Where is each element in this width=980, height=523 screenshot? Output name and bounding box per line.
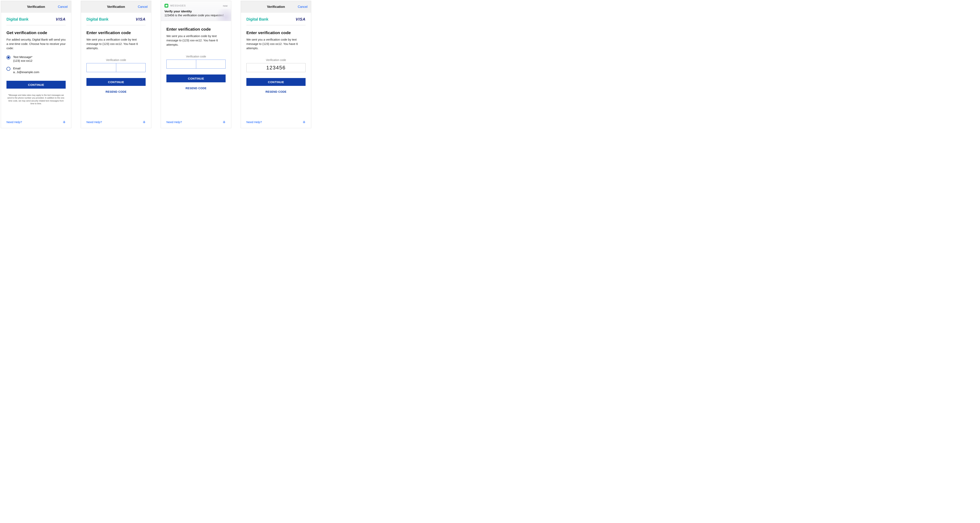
topbar: Verification Cancel — [241, 1, 311, 13]
brand-row: Digital Bank VISA — [86, 17, 146, 25]
bottom-bar: Need Help? + — [241, 119, 311, 128]
screen-enter-code-empty: Verification Cancel Digital Bank VISA En… — [81, 1, 151, 128]
notification-app-name: MESSAGES — [170, 4, 186, 7]
content: Digital Bank VISA Enter verification cod… — [161, 21, 231, 119]
screen-enter-code-filled: Verification Cancel Digital Bank VISA En… — [241, 1, 311, 128]
continue-button[interactable]: CONTINUE — [86, 78, 146, 86]
help-link[interactable]: Need Help? — [86, 120, 102, 124]
continue-button[interactable]: CONTINUE — [247, 78, 305, 86]
code-input-label: Verification code — [166, 55, 226, 58]
radio-icon — [6, 56, 10, 59]
plus-icon[interactable]: + — [143, 119, 146, 124]
footnote: *Message and data rates may apply to the… — [6, 94, 66, 105]
notification-time: now — [223, 4, 228, 7]
page-title: Verification — [107, 5, 125, 9]
section-body: We sent you a verification code by text … — [86, 37, 146, 50]
cancel-button[interactable]: Cancel — [58, 5, 68, 9]
code-input[interactable] — [166, 60, 226, 68]
bank-logo: Digital Bank — [86, 17, 108, 22]
cancel-button[interactable]: Cancel — [138, 5, 148, 9]
section-body: For added security, Digital Bank will se… — [6, 37, 66, 50]
cancel-button[interactable]: Cancel — [298, 5, 307, 9]
page-title: Verification — [27, 5, 45, 9]
section-body: We sent you a verification code by text … — [247, 37, 305, 50]
section-heading: Get verification code — [6, 30, 66, 35]
content: Digital Bank VISA Enter verification cod… — [81, 13, 151, 119]
topbar: Verification Cancel — [1, 1, 71, 13]
resend-code-button[interactable]: RESEND CODE — [247, 90, 305, 93]
bank-logo: Digital Bank — [6, 17, 29, 22]
section-heading: Enter verification code — [86, 30, 146, 35]
resend-code-button[interactable]: RESEND CODE — [166, 87, 226, 90]
delivery-options: Text Message* (123) xxx-xx12 Email a...b… — [6, 55, 66, 78]
plus-icon[interactable]: + — [302, 119, 305, 124]
option-label: Email — [13, 67, 40, 70]
continue-button[interactable]: CONTINUE — [6, 81, 66, 89]
sms-notification[interactable]: MESSAGES now Verify your identity 123456… — [161, 1, 231, 21]
notification-title: Verify your identity — [164, 10, 228, 13]
section-body: We sent you a verification code by text … — [166, 34, 226, 47]
visa-logo: VISA — [136, 17, 146, 22]
content: Digital Bank VISA Enter verification cod… — [241, 13, 311, 119]
option-sub: a...b@example.com — [13, 70, 40, 74]
page-title: Verification — [267, 5, 285, 9]
section-heading: Enter verification code — [166, 27, 226, 32]
plus-icon[interactable]: + — [223, 119, 226, 124]
option-sub: (123) xxx-xx12 — [13, 59, 32, 62]
option-text-message[interactable]: Text Message* (123) xxx-xx12 — [6, 55, 66, 62]
screen-enter-code-with-notification: MESSAGES now Verify your identity 123456… — [161, 1, 231, 128]
bottom-bar: Need Help? + — [1, 119, 71, 128]
code-input-label: Verification code — [247, 59, 305, 62]
continue-button[interactable]: CONTINUE — [166, 75, 226, 82]
plus-icon[interactable]: + — [63, 119, 66, 124]
bottom-bar: Need Help? + — [81, 119, 151, 128]
screen-get-code: Verification Cancel Digital Bank VISA Ge… — [1, 1, 72, 128]
code-input[interactable] — [86, 63, 146, 72]
code-input-label: Verification code — [86, 59, 146, 62]
option-label: Text Message* — [13, 55, 32, 59]
content: Digital Bank VISA Get verification code … — [1, 13, 71, 119]
code-input[interactable]: 123456 — [247, 63, 305, 72]
option-email[interactable]: Email a...b@example.com — [6, 67, 66, 74]
brand-row: Digital Bank VISA — [247, 17, 305, 25]
radio-icon — [6, 67, 10, 71]
visa-logo: VISA — [56, 17, 66, 22]
resend-code-button[interactable]: RESEND CODE — [86, 90, 146, 93]
help-link[interactable]: Need Help? — [247, 120, 262, 124]
notification-body: 123456 is the verification code you requ… — [164, 14, 228, 17]
visa-logo: VISA — [296, 17, 305, 22]
bank-logo: Digital Bank — [247, 17, 268, 22]
help-link[interactable]: Need Help? — [6, 120, 22, 124]
brand-row: Digital Bank VISA — [6, 17, 66, 25]
section-heading: Enter verification code — [247, 30, 305, 35]
bottom-bar: Need Help? + — [161, 119, 231, 128]
help-link[interactable]: Need Help? — [166, 120, 182, 124]
messages-app-icon — [164, 4, 169, 8]
topbar: Verification Cancel — [81, 1, 151, 13]
